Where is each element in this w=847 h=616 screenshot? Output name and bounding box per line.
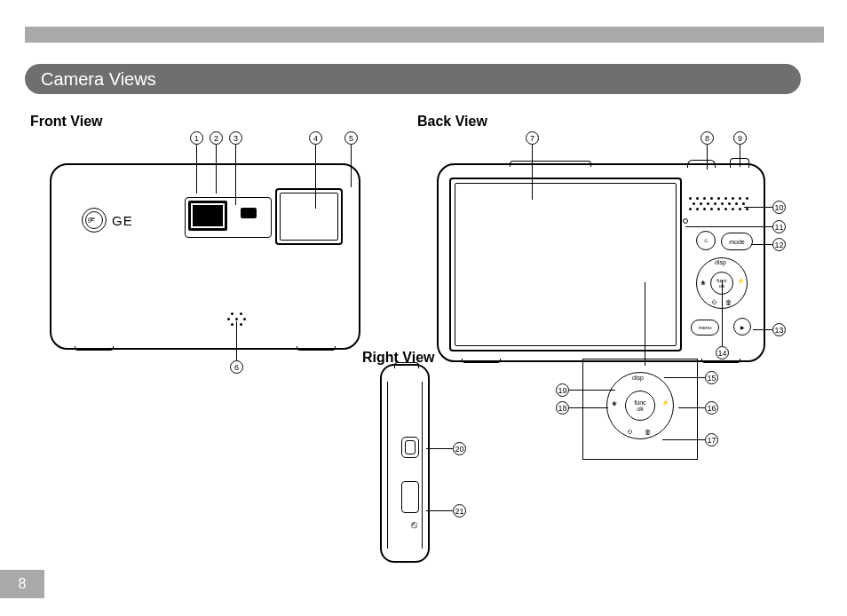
callout-21: 21	[426, 504, 466, 517]
callout-17: 17	[662, 433, 718, 446]
callout-5: 5	[344, 131, 358, 187]
callout-9: 9	[733, 131, 747, 167]
page-number: 8	[0, 570, 44, 598]
callout-8: 8	[701, 131, 714, 170]
face-detect-button: ☺	[696, 231, 716, 250]
callout-14: 14	[716, 280, 729, 359]
callout-13: 13	[753, 323, 786, 336]
callout-11: 11	[685, 220, 786, 233]
foot-left-b	[462, 359, 501, 363]
callout-18: 18	[556, 401, 608, 415]
port-cover	[401, 481, 419, 513]
callout-16: 16	[678, 401, 718, 415]
top-ridge	[510, 161, 591, 167]
foot-left	[75, 346, 114, 351]
back-view-heading: Back View	[417, 114, 487, 130]
disp-label: disp	[715, 259, 726, 265]
strap-eyelet	[401, 437, 419, 458]
back-view-diagram: ☺ mode func ok disp ⚡ ❀ ⏲ 🗑 menu ▶	[416, 131, 797, 380]
foot-right	[297, 346, 336, 351]
callout-1: 1	[190, 131, 203, 193]
ge-logo: ge GE	[82, 208, 133, 233]
callout-20: 20	[426, 442, 466, 455]
flash-icon-d: ⚡	[661, 399, 669, 407]
callout-2: 2	[210, 131, 223, 193]
callout-4: 4	[309, 131, 322, 209]
macro-icon: ❀	[701, 280, 706, 287]
disp-label-d: disp	[632, 375, 644, 381]
playback-button: ▶	[733, 318, 751, 336]
callout-7: 7	[526, 131, 539, 200]
callout-12: 12	[751, 238, 786, 251]
macro-icon-d: ❀	[612, 400, 617, 407]
camera-right-body: ⎋	[380, 364, 430, 563]
face-icon: ☺	[703, 238, 708, 243]
callout-15: 15	[664, 371, 718, 384]
func-ok-detail: func ok	[625, 391, 655, 421]
flash-assembly	[185, 197, 272, 238]
timer-icon-d: ⏲	[627, 429, 633, 435]
detail-leader	[645, 282, 645, 366]
manual-page: Camera Views Front View Back View Right …	[25, 0, 824, 616]
mode-button: mode	[721, 233, 753, 250]
speaker-grille	[689, 197, 751, 220]
brand-text: GE	[112, 213, 133, 228]
mode-label: mode	[729, 239, 745, 245]
af-assist-window	[241, 208, 257, 218]
playback-icon: ▶	[740, 324, 745, 330]
callout-19: 19	[556, 383, 615, 397]
header-divider	[25, 27, 824, 43]
menu-label: menu	[698, 325, 711, 330]
callout-6: 6	[230, 321, 243, 374]
delete-icon-d: 🗑	[645, 429, 651, 435]
lcd-screen	[449, 178, 682, 351]
callout-3: 3	[229, 131, 242, 205]
front-view-heading: Front View	[30, 114, 103, 130]
nav-detail-diagram: func ok disp ⚡ ❀ ⏲ 🗑 15 16 17 18	[566, 359, 744, 474]
callout-10: 10	[744, 201, 786, 214]
flash-icon: ⚡	[737, 278, 745, 285]
section-title: Camera Views	[25, 64, 801, 94]
right-view-diagram: ⎋ 20 21	[362, 364, 504, 577]
usb-icon: ⎋	[411, 518, 417, 531]
front-view-diagram: ge GE	[34, 131, 371, 380]
flash-window	[188, 201, 227, 231]
